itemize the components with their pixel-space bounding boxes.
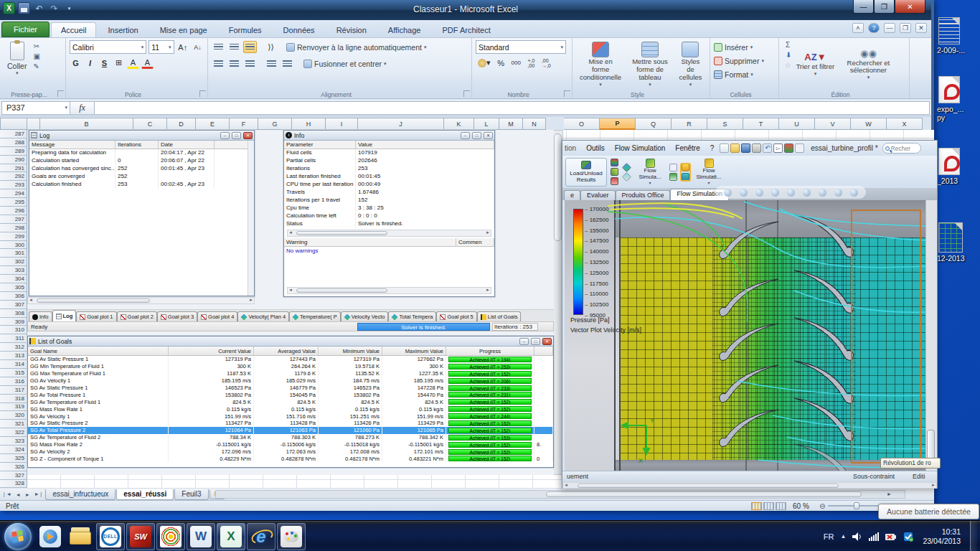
column-header-g[interactable]: G — [258, 118, 292, 130]
align-left-icon[interactable] — [212, 57, 225, 70]
info-bottom-scrollbar[interactable] — [287, 287, 491, 294]
column-header-a[interactable] — [27, 118, 40, 130]
prev-sheet-icon[interactable]: ◄ — [14, 492, 23, 497]
language-indicator[interactable]: FR — [824, 532, 834, 541]
goals-row-sg-av-static-pressure-1[interactable]: SG Av Static Pressure 1146523 Pa146779 P… — [28, 385, 553, 392]
traffic-light-icon[interactable] — [784, 143, 793, 153]
solver-tab-goal-plot-5[interactable]: Goal plot 5 — [436, 311, 476, 321]
column-header-r[interactable]: R — [672, 118, 707, 130]
font-style-bold-button[interactable]: G — [70, 57, 82, 69]
goals-column-goal-name[interactable]: Goal Name — [28, 347, 169, 355]
row-header-315[interactable]: 315 — [0, 369, 27, 377]
column-header-h[interactable]: H — [292, 118, 326, 130]
ribbon-tab-donn-es[interactable]: Données — [273, 22, 325, 37]
row-header-295[interactable]: 295 — [0, 198, 27, 207]
sort-filter-button[interactable]: AZ▼ Trier et filtrer — [791, 40, 839, 89]
row-header-291[interactable]: 291 — [0, 164, 27, 173]
info-close-icon[interactable]: ✕ — [484, 132, 493, 139]
ribbon-tab-insertion[interactable]: Insertion — [98, 22, 148, 37]
row-header-308[interactable]: 308 — [0, 309, 27, 318]
column-header-b[interactable]: B — [40, 118, 133, 130]
workbook-minimize-icon[interactable]: — — [884, 23, 895, 33]
cmd-tab-evaluer[interactable]: Evaluer — [580, 190, 616, 200]
clear-icon[interactable]: ◌ — [786, 61, 791, 69]
goals-row-gg-av-static-pressure-1[interactable]: GG Av Static Pressure 1127319 Pa127443 P… — [28, 356, 553, 363]
goals-row-sg-mass-flow-rate-1[interactable]: SG Mass Flow Rate 10.115 kg/s0.115 kg/s0… — [28, 405, 553, 413]
info-maximize-icon[interactable]: □ — [472, 132, 481, 139]
goals-column-minimum-value[interactable]: Minimum Value — [319, 347, 382, 355]
info-minimize-icon[interactable]: – — [461, 132, 470, 139]
solver-tab-goal-plot-1[interactable]: Goal plot 1 — [76, 311, 116, 321]
goals-row-sg-z-component-of-torque-1[interactable]: SG Z - Component of Torque 10.48229 N*m0… — [28, 455, 553, 462]
goals-column-averaged-value[interactable]: Averaged Value — [254, 347, 319, 355]
row-header-326[interactable]: 326 — [0, 463, 27, 471]
align-middle-icon[interactable] — [227, 41, 241, 53]
zoom-fit-icon[interactable] — [724, 189, 732, 197]
name-box[interactable]: P337 — [1, 101, 70, 115]
fx-button[interactable]: fx — [70, 101, 95, 115]
grow-font-icon[interactable]: A↑ — [176, 41, 190, 53]
desktop-icon-2013[interactable]: _2013 — [937, 148, 979, 185]
border-icon[interactable]: ⊞ — [113, 57, 125, 69]
sw-vertical-scrollbar[interactable] — [925, 200, 936, 471]
log-titlebar[interactable]: Log – □ ✕ — [29, 131, 254, 141]
orientation-icon[interactable]: ⟩⟩ — [265, 41, 277, 53]
solver-tab-goal-plot-4[interactable]: Goal plot 4 — [197, 311, 237, 321]
column-header-w[interactable]: W — [851, 118, 887, 130]
cut-icon[interactable]: ✂ — [33, 42, 39, 50]
cmd-tab-e[interactable]: e — [564, 190, 580, 200]
column-header-l[interactable]: L — [474, 118, 499, 130]
increase-indent-icon[interactable] — [281, 57, 294, 70]
zoom-out-icon[interactable]: ⊖ — [819, 502, 825, 510]
mdi-scrollbar[interactable] — [27, 297, 255, 304]
previous-view-icon[interactable] — [755, 189, 763, 197]
column-header-f[interactable]: F — [230, 118, 258, 130]
menu-tion[interactable]: tion — [562, 144, 581, 152]
display-style-icon[interactable] — [803, 189, 811, 197]
goals-row-sg-mass-flow-rate-2[interactable]: SG Mass Flow Rate 2-0.115001 kg/s-0.1150… — [28, 441, 553, 448]
open-icon[interactable] — [730, 143, 740, 153]
row-header-319[interactable]: 319 — [0, 403, 27, 412]
goals-maximize-icon[interactable]: □ — [531, 338, 540, 345]
view-toolbar[interactable] — [715, 186, 866, 199]
column-header-n[interactable]: N — [523, 118, 546, 130]
ribbon-tab-accueil[interactable]: Accueil — [51, 22, 96, 37]
plots-icon[interactable] — [611, 168, 618, 176]
print-icon[interactable] — [752, 143, 761, 153]
taskbar-solidworks[interactable]: SW — [126, 523, 155, 550]
close-button[interactable]: ✕ — [895, 0, 925, 14]
row-header-300[interactable]: 300 — [0, 241, 27, 250]
font-style-italic-button[interactable]: I — [84, 57, 96, 69]
insert-cells-button[interactable]: Insérer — [714, 40, 775, 54]
ribbon-tab-affichage[interactable]: Affichage — [378, 22, 431, 37]
goals-row-gg-min-temperature-of-fluid-1[interactable]: GG Min Temperature of Fluid 1300 K264.26… — [28, 363, 553, 370]
format-cells-button[interactable]: Format — [714, 67, 775, 81]
cutplot-icon[interactable] — [622, 162, 631, 171]
row-header-311[interactable]: 311 — [0, 334, 27, 343]
row-header-301[interactable]: 301 — [0, 249, 27, 258]
column-header-i[interactable]: I — [326, 118, 358, 130]
minimize-button[interactable]: — — [853, 0, 874, 14]
font-size-select[interactable]: 11 — [149, 40, 174, 54]
column-header-v[interactable]: V — [815, 118, 851, 130]
maximize-button[interactable]: ❐ — [874, 0, 895, 14]
goals-minimize-icon[interactable]: – — [519, 338, 529, 345]
solver-tab-velocity-plan-4[interactable]: Velocity( Plan 4 — [237, 311, 289, 321]
row-header-302[interactable]: 302 — [0, 258, 27, 266]
align-right-icon[interactable] — [243, 57, 257, 70]
goals-titlebar[interactable]: List of Goals – □ ✕ — [28, 336, 553, 347]
formula-input[interactable] — [95, 101, 930, 115]
row-header-321[interactable]: 321 — [0, 420, 27, 428]
align-center-icon[interactable] — [227, 57, 241, 70]
goals-column-current-value[interactable]: Current Value — [169, 347, 254, 355]
goals-row-sg-av-total-pressure-1[interactable]: SG Av Total Pressure 1153802 Pa154045 Pa… — [28, 391, 553, 398]
font-dialog-launcher[interactable] — [199, 90, 206, 97]
view-orientation-icon[interactable] — [787, 189, 795, 197]
mesh-icon[interactable] — [611, 159, 618, 166]
row-header-299[interactable]: 299 — [0, 232, 27, 241]
goals-plot-icon[interactable] — [682, 164, 689, 171]
solver-tab-goal-plot-2[interactable]: Goal plot 2 — [117, 311, 157, 321]
clock[interactable]: 10:3123/04/2013 — [923, 527, 961, 546]
search-box[interactable]: Recher — [882, 143, 921, 154]
row-header-292[interactable]: 292 — [0, 172, 27, 181]
